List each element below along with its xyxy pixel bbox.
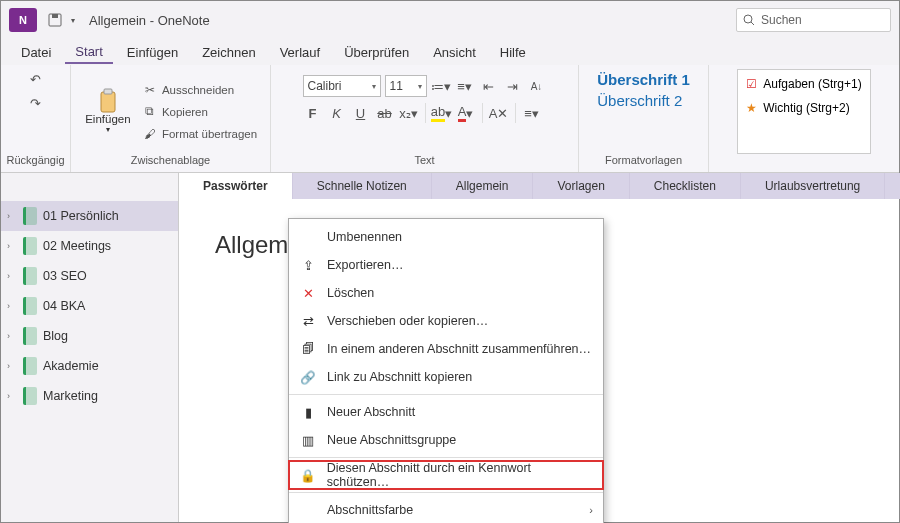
svg-rect-1 (52, 14, 58, 18)
search-icon (743, 14, 755, 26)
ctx-copylink[interactable]: 🔗Link zu Abschnitt kopieren (289, 363, 603, 391)
copy-button[interactable]: ⧉Kopieren (140, 102, 259, 122)
ctx-rename[interactable]: Umbenennen (289, 223, 603, 251)
highlight-button[interactable]: ab▾ (432, 103, 452, 123)
section-tab[interactable]: Urlaubsvertretung (741, 173, 885, 199)
section-tab[interactable]: Allgemein (432, 173, 534, 199)
chevron-right-icon: › (7, 361, 17, 371)
link-icon: 🔗 (299, 370, 317, 385)
strike-button[interactable]: ab (375, 103, 395, 123)
format-painter-button[interactable]: 🖌Format übertragen (140, 124, 259, 144)
undo-button[interactable]: ↶ (26, 69, 46, 89)
ribbon: ↶ ↷ Rückgängig Einfügen ▾ ✂Ausschneiden … (1, 65, 899, 173)
section-tab[interactable]: Wissen (885, 173, 900, 199)
menu-verlauf[interactable]: Verlauf (270, 42, 330, 63)
search-placeholder: Suchen (761, 13, 802, 27)
ctx-export[interactable]: ⇪Exportieren… (289, 251, 603, 279)
ctx-new-group[interactable]: ▥Neue Abschnittsgruppe (289, 426, 603, 454)
notebook-label: 02 Meetings (43, 239, 111, 253)
indent-button[interactable]: ⇥ (503, 76, 523, 96)
section-tab[interactable]: Vorlagen (533, 173, 629, 199)
notebook-item[interactable]: ›04 BKA (1, 291, 178, 321)
group-text-label: Text (414, 154, 434, 170)
cut-button[interactable]: ✂Ausschneiden (140, 80, 259, 100)
tag-tasks[interactable]: ☑Aufgaben (Strg+1) (746, 74, 861, 94)
redo-button[interactable]: ↷ (26, 93, 46, 113)
fontsize-combo[interactable]: 11▾ (385, 75, 427, 97)
underline-button[interactable]: U (351, 103, 371, 123)
chevron-right-icon: › (7, 391, 17, 401)
notebook-label: Blog (43, 329, 68, 343)
group-clipboard: Einfügen ▾ ✂Ausschneiden ⧉Kopieren 🖌Form… (71, 65, 271, 172)
menu-start[interactable]: Start (65, 41, 112, 64)
notebook-label: 01 Persönlich (43, 209, 119, 223)
search-input[interactable]: Suchen (736, 8, 891, 32)
menu-hilfe[interactable]: Hilfe (490, 42, 536, 63)
menu-ueberpruefen[interactable]: Überprüfen (334, 42, 419, 63)
align-button[interactable]: ≡▾ (522, 103, 542, 123)
group-undo-label: Rückgängig (6, 154, 64, 170)
checkbox-icon: ☑ (746, 77, 757, 91)
star-icon: ★ (746, 101, 757, 115)
svg-line-3 (751, 22, 754, 25)
ctx-new-section[interactable]: ▮Neuer Abschnitt (289, 398, 603, 426)
group-icon: ▥ (299, 433, 317, 448)
notebook-item[interactable]: ›01 Persönlich (1, 201, 178, 231)
menu-ansicht[interactable]: Ansicht (423, 42, 486, 63)
style-h2[interactable]: Überschrift 2 (593, 90, 686, 111)
outdent-button[interactable]: ⇤ (479, 76, 499, 96)
chevron-right-icon: › (7, 271, 17, 281)
notebook-item[interactable]: ›03 SEO (1, 261, 178, 291)
ctx-password-protect[interactable]: 🔒Diesen Abschnitt durch ein Kennwort sch… (289, 461, 603, 489)
menu-einfuegen[interactable]: Einfügen (117, 42, 188, 63)
section-tab[interactable]: Schnelle Notizen (293, 173, 432, 199)
qat-save-icon[interactable] (43, 8, 67, 32)
notebook-item[interactable]: ›Marketing (1, 381, 178, 411)
copy-icon: ⧉ (142, 104, 158, 120)
notebook-icon (23, 237, 37, 255)
chevron-right-icon: › (589, 504, 593, 516)
chevron-right-icon: › (7, 241, 17, 251)
chevron-right-icon: › (7, 331, 17, 341)
notebook-icon (23, 327, 37, 345)
ctx-merge[interactable]: 🗐In einem anderen Abschnitt zusammenführ… (289, 335, 603, 363)
paste-label: Einfügen (85, 113, 130, 125)
notebook-item[interactable]: ›02 Meetings (1, 231, 178, 261)
clear-format-button[interactable]: A✕ (489, 103, 509, 123)
notebook-item[interactable]: ›Blog (1, 321, 178, 351)
svg-rect-4 (101, 92, 115, 112)
app-window: N ▾ Allgemein - OneNote Suchen Datei Sta… (0, 0, 900, 523)
sort-button[interactable]: A↓ (527, 76, 547, 96)
ctx-delete[interactable]: ✕Löschen (289, 279, 603, 307)
app-icon: N (9, 8, 37, 32)
svg-point-2 (744, 15, 752, 23)
font-combo[interactable]: Calibri▾ (303, 75, 381, 97)
notebook-item[interactable]: ›Akademie (1, 351, 178, 381)
numbering-button[interactable]: ≡▾ (455, 76, 475, 96)
ctx-move[interactable]: ⇄Verschieben oder kopieren… (289, 307, 603, 335)
italic-button[interactable]: K (327, 103, 347, 123)
bold-button[interactable]: F (303, 103, 323, 123)
menu-datei[interactable]: Datei (11, 42, 61, 63)
menu-zeichnen[interactable]: Zeichnen (192, 42, 265, 63)
section-tab[interactable]: Checklisten (630, 173, 741, 199)
notebook-icon (23, 387, 37, 405)
bullets-button[interactable]: ≔▾ (431, 76, 451, 96)
subscript-button[interactable]: x₂▾ (399, 103, 419, 123)
fontcolor-button[interactable]: A▾ (456, 103, 476, 123)
move-icon: ⇄ (299, 314, 317, 329)
group-styles-label: Formatvorlagen (605, 154, 682, 170)
paste-button[interactable]: Einfügen ▾ (82, 89, 134, 134)
section-icon: ▮ (299, 405, 317, 420)
ctx-section-color[interactable]: Abschnittsfarbe› (289, 496, 603, 523)
tag-important[interactable]: ★Wichtig (Strg+2) (746, 98, 849, 118)
section-tab[interactable]: Passwörter (179, 173, 293, 199)
delete-icon: ✕ (299, 286, 317, 301)
scissors-icon: ✂ (142, 82, 158, 98)
export-icon: ⇪ (299, 258, 317, 273)
qat-dropdown-icon[interactable]: ▾ (71, 16, 75, 25)
style-h1[interactable]: Überschrift 1 (593, 69, 694, 90)
svg-rect-5 (104, 89, 112, 94)
notebook-icon (23, 357, 37, 375)
notebook-panel: ›01 Persönlich›02 Meetings›03 SEO›04 BKA… (1, 173, 179, 522)
